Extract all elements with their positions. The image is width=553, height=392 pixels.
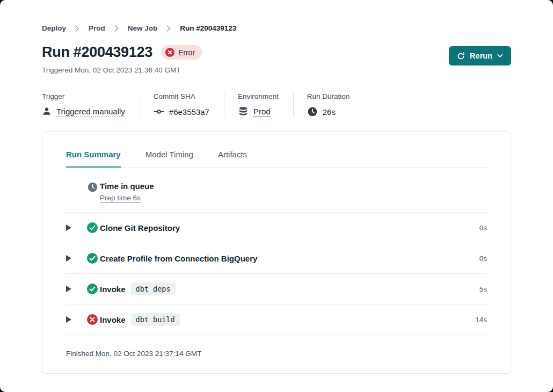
database-icon (238, 106, 249, 117)
breadcrumb-run-current: Run #200439123 (180, 24, 236, 32)
tab-bar: Run Summary Model Timing Artifacts (66, 132, 487, 168)
success-icon (85, 253, 100, 264)
chevron-right-icon (166, 25, 171, 32)
step-name: Invoke (100, 315, 126, 324)
error-icon (85, 314, 100, 325)
success-icon (85, 284, 100, 294)
error-circle-icon (165, 48, 174, 57)
meta-commit: Commit SHA #6e3553a7 (140, 92, 224, 117)
queue-title: Time in queue (100, 182, 154, 191)
meta-trigger-label: Trigger (42, 92, 125, 100)
step-duration: 0s (479, 224, 487, 232)
breadcrumb: Deploy Prod New Job Run #200439123 (42, 0, 511, 32)
refresh-icon (457, 52, 465, 60)
chevron-right-icon (75, 25, 79, 32)
step-row-clone-git[interactable]: Clone Git Repository 0s (66, 213, 487, 243)
step-name: Create Profile from Connection BigQuery (100, 254, 257, 263)
status-badge-label: Error (178, 48, 195, 57)
person-icon (42, 106, 52, 116)
triggered-timestamp: Triggered Mon, 02 Oct 2023 21:36:40 GMT (42, 66, 202, 74)
rerun-button[interactable]: Rerun (449, 46, 511, 66)
chevron-right-icon (114, 25, 119, 32)
step-row-dbt-build[interactable]: Invoke dbt build 14s (66, 304, 487, 335)
step-duration: 5s (479, 285, 487, 293)
run-metadata: Trigger Triggered manually Commit SHA #6… (42, 92, 511, 117)
step-name: Clone Git Repository (100, 223, 180, 233)
breadcrumb-new-job[interactable]: New Job (128, 24, 158, 32)
step-duration: 0s (479, 255, 487, 263)
expand-caret-icon[interactable] (66, 316, 71, 323)
meta-trigger: Trigger Triggered manually (42, 92, 140, 117)
tab-model-timing[interactable]: Model Timing (145, 150, 193, 168)
page-title: Run #200439123 (42, 44, 152, 61)
git-commit-icon (154, 106, 164, 117)
queue-row: Time in queue Prep time 6s (66, 168, 487, 213)
step-duration: 14s (475, 316, 487, 324)
step-name: Invoke (100, 285, 126, 294)
finished-timestamp: Finished Mon, 02 Oct 2023 21:37:14 GMT (66, 335, 487, 373)
meta-duration-label: Run Duration (307, 92, 350, 100)
prep-time-link[interactable]: Prep time 6s (100, 194, 141, 202)
meta-duration: Run Duration 26s (293, 92, 365, 117)
success-icon (85, 222, 100, 233)
rerun-button-label: Rerun (470, 52, 492, 60)
run-duration-value: 26s (323, 107, 336, 117)
run-detail-page: Deploy Prod New Job Run #200439123 Run #… (0, 0, 553, 392)
step-row-create-profile[interactable]: Create Profile from Connection BigQuery … (66, 243, 487, 274)
meta-environment-label: Environment (238, 92, 279, 100)
meta-environment: Environment Prod (224, 92, 293, 117)
queue-clock-icon (85, 182, 100, 193)
run-summary-card: Run Summary Model Timing Artifacts Time … (42, 131, 511, 374)
chevron-down-icon (497, 54, 503, 58)
meta-commit-label: Commit SHA (154, 92, 209, 100)
expand-caret-icon[interactable] (66, 255, 71, 262)
tab-run-summary[interactable]: Run Summary (66, 150, 121, 168)
status-badge: Error (161, 45, 202, 60)
tab-artifacts[interactable]: Artifacts (218, 150, 247, 168)
expand-caret-icon[interactable] (66, 224, 71, 231)
commit-sha-value: #6e3553a7 (169, 107, 209, 117)
step-command: dbt build (131, 313, 180, 326)
step-row-dbt-deps[interactable]: Invoke dbt deps 5s (66, 274, 487, 304)
breadcrumb-prod[interactable]: Prod (89, 24, 105, 32)
environment-link[interactable]: Prod (253, 107, 271, 117)
trigger-value[interactable]: Triggered manually (56, 107, 125, 116)
step-command: dbt deps (131, 282, 176, 295)
breadcrumb-deploy[interactable]: Deploy (42, 24, 66, 32)
clock-icon (307, 106, 318, 117)
page-header: Run #200439123 Error Triggered Mon, 02 O… (42, 44, 511, 74)
expand-caret-icon[interactable] (66, 286, 71, 292)
